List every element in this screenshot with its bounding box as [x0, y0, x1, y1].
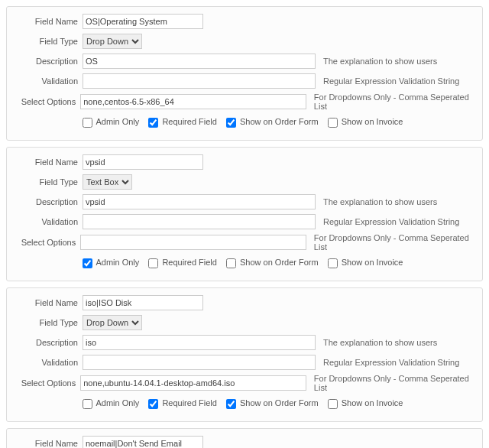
field-type-select[interactable]: Text Box — [83, 174, 132, 190]
description-input[interactable] — [83, 54, 316, 69]
required-field-checkbox[interactable] — [148, 118, 158, 128]
show-on-order-form-label[interactable]: Show on Order Form — [226, 117, 319, 128]
select-options-input[interactable] — [80, 94, 306, 109]
show-on-order-form-label[interactable]: Show on Order Form — [226, 258, 319, 268]
checkbox-row: Admin Only Required Field Show on Order … — [83, 117, 409, 128]
field-type-label: Field Type — [10, 177, 83, 187]
show-on-order-form-text: Show on Order Form — [240, 398, 319, 407]
description-hint: The explanation to show users — [323, 338, 437, 347]
validation-input[interactable] — [83, 214, 316, 229]
select-options-label: Select Options — [10, 97, 80, 106]
show-on-order-form-text: Show on Order Form — [240, 258, 319, 267]
custom-field-group: Field NameField TypeText BoxDescriptionT… — [6, 147, 483, 281]
validation-hint: Regular Expression Validation String — [323, 76, 459, 86]
select-options-hint: For Dropdowns Only - Comma Seperated Lis… — [314, 93, 479, 111]
show-on-order-form-checkbox[interactable] — [226, 118, 236, 128]
description-hint: The explanation to show users — [323, 57, 437, 66]
custom-field-group: Field NameField TypeTick BoxDescriptionT… — [6, 428, 483, 448]
admin-only-checkbox[interactable] — [83, 399, 92, 409]
field-type-label: Field Type — [10, 318, 83, 327]
required-field-text: Required Field — [162, 398, 217, 407]
field-name-label: Field Name — [10, 298, 83, 307]
show-on-order-form-label[interactable]: Show on Order Form — [226, 398, 319, 409]
custom-field-group: Field NameField TypeDrop DownDescription… — [6, 287, 483, 422]
show-on-order-form-checkbox[interactable] — [226, 258, 236, 268]
description-label: Description — [10, 338, 83, 347]
show-on-invoice-text: Show on Invoice — [342, 258, 403, 267]
field-name-label: Field Name — [10, 157, 83, 167]
field-name-input[interactable] — [83, 436, 203, 448]
checkbox-row: Admin Only Required Field Show on Order … — [83, 398, 409, 409]
show-on-order-form-checkbox[interactable] — [226, 399, 236, 409]
show-on-invoice-label[interactable]: Show on Invoice — [328, 398, 403, 409]
validation-label: Validation — [10, 217, 83, 226]
show-on-order-form-text: Show on Order Form — [240, 117, 319, 126]
select-options-label: Select Options — [10, 378, 80, 388]
field-type-select[interactable]: Drop Down — [83, 315, 142, 330]
admin-only-text: Admin Only — [96, 117, 139, 126]
field-name-label: Field Name — [10, 439, 83, 448]
required-field-checkbox[interactable] — [148, 399, 158, 409]
required-field-label[interactable]: Required Field — [148, 398, 217, 409]
description-hint: The explanation to show users — [323, 197, 437, 206]
show-on-invoice-text: Show on Invoice — [342, 117, 403, 126]
select-options-label: Select Options — [10, 238, 80, 247]
admin-only-label[interactable]: Admin Only — [83, 398, 139, 409]
field-name-input[interactable] — [83, 295, 203, 310]
select-options-hint: For Dropdowns Only - Comma Seperated Lis… — [314, 374, 479, 392]
show-on-invoice-text: Show on Invoice — [342, 398, 403, 407]
show-on-invoice-checkbox[interactable] — [328, 258, 338, 268]
custom-field-group: Field NameField TypeDrop DownDescription… — [6, 6, 483, 141]
validation-hint: Regular Expression Validation String — [323, 217, 459, 226]
field-name-input[interactable] — [83, 154, 203, 170]
field-type-select[interactable]: Drop Down — [83, 34, 142, 49]
validation-label: Validation — [10, 358, 83, 367]
show-on-invoice-label[interactable]: Show on Invoice — [328, 258, 403, 268]
required-field-label[interactable]: Required Field — [148, 117, 217, 128]
required-field-text: Required Field — [162, 258, 217, 267]
required-field-checkbox[interactable] — [148, 258, 158, 268]
description-input[interactable] — [83, 335, 316, 350]
description-label: Description — [10, 197, 83, 206]
description-input[interactable] — [83, 194, 316, 209]
select-options-input[interactable] — [80, 235, 306, 250]
admin-only-text: Admin Only — [96, 398, 139, 407]
admin-only-label[interactable]: Admin Only — [83, 117, 139, 128]
admin-only-label[interactable]: Admin Only — [83, 258, 139, 268]
show-on-invoice-checkbox[interactable] — [328, 118, 338, 128]
required-field-text: Required Field — [162, 117, 217, 126]
field-name-input[interactable] — [83, 14, 203, 29]
field-type-label: Field Type — [10, 37, 83, 46]
select-options-hint: For Dropdowns Only - Comma Seperated Lis… — [314, 233, 479, 252]
validation-input[interactable] — [83, 73, 316, 89]
validation-input[interactable] — [83, 355, 316, 370]
show-on-invoice-label[interactable]: Show on Invoice — [328, 117, 403, 128]
required-field-label[interactable]: Required Field — [148, 258, 217, 268]
field-name-label: Field Name — [10, 17, 83, 26]
admin-only-checkbox[interactable] — [83, 258, 92, 268]
admin-only-text: Admin Only — [96, 258, 139, 267]
select-options-input[interactable] — [80, 375, 306, 391]
checkbox-row: Admin Only Required Field Show on Order … — [83, 258, 409, 268]
validation-hint: Regular Expression Validation String — [323, 358, 459, 367]
show-on-invoice-checkbox[interactable] — [328, 399, 338, 409]
admin-only-checkbox[interactable] — [83, 118, 92, 128]
validation-label: Validation — [10, 76, 83, 86]
description-label: Description — [10, 57, 83, 66]
